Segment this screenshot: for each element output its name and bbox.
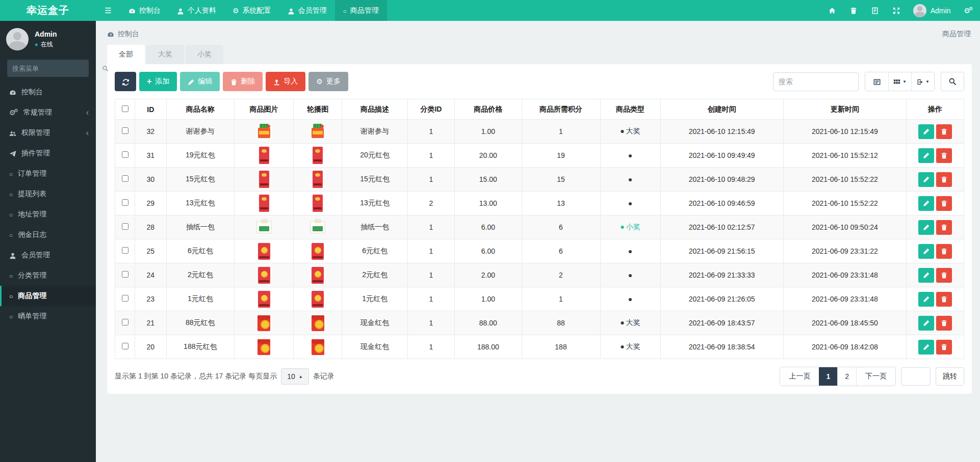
sidebar-toggle-button[interactable]: ☰ xyxy=(96,0,120,21)
row-checkbox[interactable] xyxy=(122,151,128,158)
row-delete-button[interactable] xyxy=(936,220,952,235)
row-delete-button[interactable] xyxy=(936,244,952,259)
row-id: 29 xyxy=(135,192,167,215)
sidebar-item-categories[interactable]: ○分类管理 xyxy=(0,265,96,286)
required-points: 13 xyxy=(522,192,600,215)
sidebar-search-input[interactable] xyxy=(12,65,102,72)
row-edit-button[interactable] xyxy=(918,196,934,211)
row-delete-button[interactable] xyxy=(936,316,952,331)
nav-item-products[interactable]: ○商品管理 xyxy=(335,0,387,21)
row-checkbox[interactable] xyxy=(122,343,128,349)
row-checkbox[interactable] xyxy=(122,223,128,230)
jump-page-input[interactable] xyxy=(901,367,931,386)
row-actions xyxy=(906,168,964,192)
row-edit-button[interactable] xyxy=(918,316,934,331)
add-button[interactable]: +添加 xyxy=(139,72,177,91)
nav-item-dashboard[interactable]: 控制台 xyxy=(120,0,169,21)
tab-1[interactable]: 大奖 xyxy=(146,45,184,64)
product-desc: 谢谢参与 xyxy=(342,120,407,144)
nav-item-members[interactable]: 会员管理 xyxy=(279,0,335,21)
nav-item-profile[interactable]: 个人资料 xyxy=(169,0,224,21)
page-button-2[interactable]: 2 xyxy=(837,367,856,386)
row-checkbox[interactable] xyxy=(122,247,128,254)
breadcrumb-location[interactable]: 控制台 xyxy=(118,30,139,39)
sidebar-item-orders[interactable]: ○订单管理 xyxy=(0,164,96,184)
clear-cache-button[interactable] xyxy=(843,0,864,21)
import-button[interactable]: 导入 xyxy=(266,72,305,91)
columns-button[interactable]: ▼ xyxy=(888,72,911,91)
home-button[interactable] xyxy=(821,0,843,21)
table-search-input[interactable] xyxy=(773,72,859,91)
table-row: 3015元红包15元红包115.0015●2021-06-10 09:48:29… xyxy=(115,168,964,192)
sidebar-item-products[interactable]: ○商品管理 xyxy=(0,286,96,306)
sidebar-item-members[interactable]: 会员管理 xyxy=(0,245,96,265)
tab-0[interactable]: 全部 xyxy=(107,45,145,64)
export-button[interactable]: ▼ xyxy=(911,72,934,91)
row-checkbox[interactable] xyxy=(122,199,128,206)
tab-2[interactable]: 小奖 xyxy=(186,45,223,64)
row-delete-button[interactable] xyxy=(936,196,952,211)
row-delete-button[interactable] xyxy=(936,172,952,187)
row-checkbox[interactable] xyxy=(122,175,128,182)
circle-icon: ○ xyxy=(9,271,13,280)
more-button[interactable]: ⚙更多 xyxy=(308,72,348,91)
product-image xyxy=(312,267,324,284)
product-image xyxy=(313,171,323,188)
sidebar-item-general[interactable]: ⚙⚙常规管理‹ xyxy=(0,102,96,123)
row-edit-button[interactable] xyxy=(918,148,934,163)
delete-button[interactable]: 删除 xyxy=(223,72,263,91)
sidebar-item-commission-log[interactable]: ○佣金日志 xyxy=(0,225,96,245)
jump-button[interactable]: 跳转 xyxy=(936,367,964,386)
column-header: 轮播图 xyxy=(294,99,342,120)
row-edit-button[interactable] xyxy=(918,292,934,307)
row-select-cell xyxy=(115,263,135,287)
sidebar-item-permissions[interactable]: 权限管理‹ xyxy=(0,123,96,143)
row-id: 28 xyxy=(135,215,167,239)
row-checkbox[interactable] xyxy=(122,319,128,325)
row-delete-button[interactable] xyxy=(936,292,952,307)
row-delete-button[interactable] xyxy=(936,340,952,355)
row-delete-button[interactable] xyxy=(936,124,952,139)
next-page-button[interactable]: 下一页 xyxy=(856,367,895,386)
table-toolbar: +添加 编辑 删除 导入 ⚙更多 ▼ ▼ xyxy=(115,72,964,91)
product-image-cell xyxy=(235,335,294,359)
row-edit-button[interactable] xyxy=(918,340,934,355)
fullscreen-button[interactable] xyxy=(886,0,907,21)
row-edit-button[interactable] xyxy=(918,220,934,235)
row-checkbox[interactable] xyxy=(122,271,128,278)
log-button[interactable] xyxy=(864,0,886,21)
expand-icon xyxy=(893,6,900,15)
type-dot-icon: ● xyxy=(620,342,624,350)
search-submit-button[interactable] xyxy=(941,72,964,91)
prev-page-button[interactable]: 上一页 xyxy=(780,367,819,386)
refresh-button[interactable] xyxy=(115,72,136,91)
row-checkbox[interactable] xyxy=(122,127,128,134)
detail-view-button[interactable] xyxy=(865,72,888,91)
row-edit-button[interactable] xyxy=(918,124,934,139)
nav-item-system-config[interactable]: ⚙系统配置 xyxy=(224,0,279,21)
page-size-select[interactable]: 10▲ xyxy=(281,368,309,385)
edit-button[interactable]: 编辑 xyxy=(180,72,220,91)
updated-time: 2021-06-09 23:31:48 xyxy=(783,287,906,311)
sidebar-item-addresses[interactable]: ○地址管理 xyxy=(0,204,96,225)
product-image-cell xyxy=(235,311,294,335)
navbar-user-menu[interactable]: Admin xyxy=(907,0,957,21)
sidebar-item-plugins[interactable]: 插件管理 xyxy=(0,143,96,164)
row-delete-button[interactable] xyxy=(936,148,952,163)
row-checkbox[interactable] xyxy=(122,295,128,302)
row-edit-button[interactable] xyxy=(918,244,934,259)
row-edit-button[interactable] xyxy=(918,268,934,283)
product-name: 6元红包 xyxy=(166,239,234,263)
row-actions xyxy=(906,120,964,144)
product-image xyxy=(310,221,325,233)
select-all-checkbox[interactable] xyxy=(122,105,128,112)
row-delete-button[interactable] xyxy=(936,268,952,283)
column-header: 分类ID xyxy=(407,99,454,120)
row-edit-button[interactable] xyxy=(918,172,934,187)
sidebar-item-dashboard[interactable]: 控制台 xyxy=(0,82,96,102)
product-image-cell xyxy=(235,168,294,192)
settings-button[interactable]: ⚙⚙ xyxy=(957,0,980,21)
page-button-1[interactable]: 1 xyxy=(819,367,837,386)
sidebar-item-reviews[interactable]: ○晒单管理 xyxy=(0,306,96,327)
sidebar-item-withdrawals[interactable]: ○提现列表 xyxy=(0,184,96,204)
